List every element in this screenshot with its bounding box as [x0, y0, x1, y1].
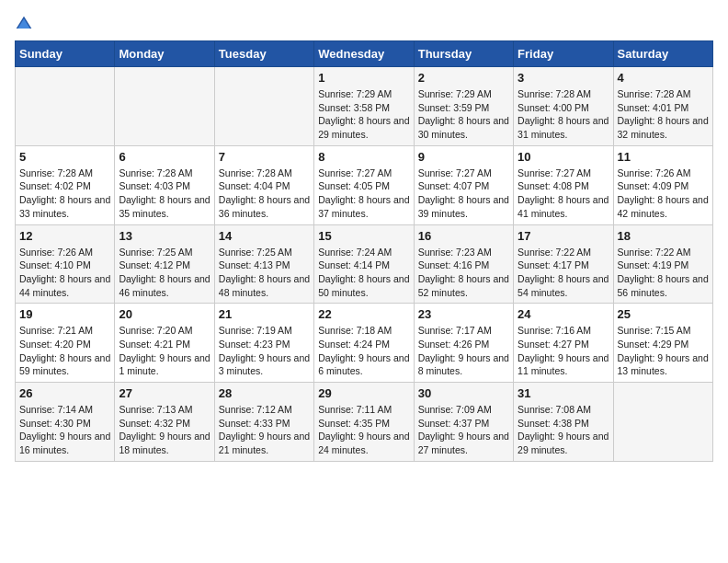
- calendar-cell: 17Sunrise: 7:22 AMSunset: 4:17 PMDayligh…: [514, 224, 613, 304]
- header-friday: Friday: [514, 41, 613, 67]
- day-info: Sunrise: 7:22 AMSunset: 4:19 PMDaylight:…: [618, 246, 709, 300]
- calendar-cell: 14Sunrise: 7:25 AMSunset: 4:13 PMDayligh…: [214, 224, 313, 304]
- day-number: 26: [19, 386, 110, 400]
- day-info: Sunrise: 7:28 AMSunset: 4:00 PMDaylight:…: [518, 87, 609, 142]
- day-number: 15: [318, 229, 409, 243]
- day-number: 8: [318, 150, 409, 164]
- day-info: Sunrise: 7:26 AMSunset: 4:09 PMDaylight:…: [618, 167, 709, 221]
- calendar-cell: 26Sunrise: 7:14 AMSunset: 4:30 PMDayligh…: [16, 383, 115, 462]
- calendar-cell: 19Sunrise: 7:21 AMSunset: 4:20 PMDayligh…: [16, 304, 115, 383]
- day-number: 21: [219, 307, 310, 321]
- calendar-cell: 10Sunrise: 7:27 AMSunset: 4:08 PMDayligh…: [514, 145, 613, 224]
- day-info: Sunrise: 7:09 AMSunset: 4:37 PMDaylight:…: [418, 403, 509, 457]
- day-info: Sunrise: 7:24 AMSunset: 4:14 PMDaylight:…: [318, 246, 409, 300]
- calendar-week-row: 12Sunrise: 7:26 AMSunset: 4:10 PMDayligh…: [16, 224, 713, 304]
- day-number: 3: [518, 71, 609, 85]
- day-info: Sunrise: 7:15 AMSunset: 4:29 PMDaylight:…: [618, 324, 709, 378]
- day-info: Sunrise: 7:16 AMSunset: 4:27 PMDaylight:…: [518, 324, 609, 378]
- day-info: Sunrise: 7:19 AMSunset: 4:23 PMDaylight:…: [219, 324, 310, 378]
- calendar-cell: [214, 67, 313, 146]
- calendar-week-row: 1Sunrise: 7:29 AMSunset: 3:58 PMDaylight…: [16, 67, 713, 146]
- calendar-cell: 13Sunrise: 7:25 AMSunset: 4:12 PMDayligh…: [115, 224, 214, 304]
- header: [15, 15, 713, 33]
- day-info: Sunrise: 7:18 AMSunset: 4:24 PMDaylight:…: [318, 324, 409, 378]
- header-monday: Monday: [115, 41, 214, 67]
- day-info: Sunrise: 7:22 AMSunset: 4:17 PMDaylight:…: [518, 246, 609, 300]
- day-info: Sunrise: 7:17 AMSunset: 4:26 PMDaylight:…: [418, 324, 509, 378]
- day-number: 28: [219, 386, 310, 400]
- day-info: Sunrise: 7:28 AMSunset: 4:04 PMDaylight:…: [219, 167, 310, 221]
- calendar-cell: 28Sunrise: 7:12 AMSunset: 4:33 PMDayligh…: [214, 383, 313, 462]
- calendar-cell: 25Sunrise: 7:15 AMSunset: 4:29 PMDayligh…: [613, 304, 712, 383]
- day-number: 14: [219, 229, 310, 243]
- day-info: Sunrise: 7:14 AMSunset: 4:30 PMDaylight:…: [19, 403, 110, 457]
- day-info: Sunrise: 7:28 AMSunset: 4:01 PMDaylight:…: [618, 87, 709, 142]
- calendar-cell: 18Sunrise: 7:22 AMSunset: 4:19 PMDayligh…: [613, 224, 712, 304]
- day-number: 4: [618, 71, 709, 85]
- day-info: Sunrise: 7:26 AMSunset: 4:10 PMDaylight:…: [19, 246, 110, 300]
- header-wednesday: Wednesday: [314, 41, 414, 67]
- calendar-cell: 23Sunrise: 7:17 AMSunset: 4:26 PMDayligh…: [414, 304, 513, 383]
- calendar-cell: 22Sunrise: 7:18 AMSunset: 4:24 PMDayligh…: [314, 304, 414, 383]
- day-number: 29: [318, 386, 409, 400]
- day-info: Sunrise: 7:27 AMSunset: 4:05 PMDaylight:…: [318, 167, 409, 221]
- calendar-cell: 2Sunrise: 7:29 AMSunset: 3:59 PMDaylight…: [414, 67, 513, 146]
- calendar-cell: 8Sunrise: 7:27 AMSunset: 4:05 PMDaylight…: [314, 145, 414, 224]
- day-number: 16: [418, 229, 509, 243]
- calendar-week-row: 19Sunrise: 7:21 AMSunset: 4:20 PMDayligh…: [16, 304, 713, 383]
- logo-icon: [15, 15, 33, 33]
- day-info: Sunrise: 7:23 AMSunset: 4:16 PMDaylight:…: [418, 246, 509, 300]
- calendar-cell: 21Sunrise: 7:19 AMSunset: 4:23 PMDayligh…: [214, 304, 313, 383]
- calendar-cell: 6Sunrise: 7:28 AMSunset: 4:03 PMDaylight…: [115, 145, 214, 224]
- calendar-week-row: 26Sunrise: 7:14 AMSunset: 4:30 PMDayligh…: [16, 383, 713, 462]
- day-info: Sunrise: 7:25 AMSunset: 4:13 PMDaylight:…: [219, 246, 310, 300]
- calendar-cell: [613, 383, 712, 462]
- day-info: Sunrise: 7:21 AMSunset: 4:20 PMDaylight:…: [19, 324, 110, 378]
- day-number: 13: [119, 229, 210, 243]
- calendar-cell: 24Sunrise: 7:16 AMSunset: 4:27 PMDayligh…: [514, 304, 613, 383]
- header-saturday: Saturday: [613, 41, 712, 67]
- day-number: 5: [19, 150, 110, 164]
- calendar-cell: 27Sunrise: 7:13 AMSunset: 4:32 PMDayligh…: [115, 383, 214, 462]
- day-number: 2: [418, 71, 509, 85]
- day-info: Sunrise: 7:11 AMSunset: 4:35 PMDaylight:…: [318, 403, 409, 457]
- day-number: 6: [119, 150, 210, 164]
- day-info: Sunrise: 7:13 AMSunset: 4:32 PMDaylight:…: [119, 403, 210, 457]
- day-number: 20: [119, 307, 210, 321]
- day-number: 22: [318, 307, 409, 321]
- day-info: Sunrise: 7:20 AMSunset: 4:21 PMDaylight:…: [119, 324, 210, 378]
- day-number: 12: [19, 229, 110, 243]
- day-number: 18: [618, 229, 709, 243]
- day-info: Sunrise: 7:08 AMSunset: 4:38 PMDaylight:…: [518, 403, 609, 457]
- calendar-cell: 7Sunrise: 7:28 AMSunset: 4:04 PMDaylight…: [214, 145, 313, 224]
- logo: [15, 15, 37, 33]
- calendar-cell: 20Sunrise: 7:20 AMSunset: 4:21 PMDayligh…: [115, 304, 214, 383]
- calendar-header-row: SundayMondayTuesdayWednesdayThursdayFrid…: [16, 41, 713, 67]
- calendar-cell: 3Sunrise: 7:28 AMSunset: 4:00 PMDaylight…: [514, 67, 613, 146]
- calendar-cell: 30Sunrise: 7:09 AMSunset: 4:37 PMDayligh…: [414, 383, 513, 462]
- calendar-cell: 29Sunrise: 7:11 AMSunset: 4:35 PMDayligh…: [314, 383, 414, 462]
- calendar-cell: [16, 67, 115, 146]
- day-number: 1: [318, 71, 409, 85]
- calendar-cell: 11Sunrise: 7:26 AMSunset: 4:09 PMDayligh…: [613, 145, 712, 224]
- day-number: 11: [618, 150, 709, 164]
- calendar-cell: 31Sunrise: 7:08 AMSunset: 4:38 PMDayligh…: [514, 383, 613, 462]
- day-info: Sunrise: 7:27 AMSunset: 4:08 PMDaylight:…: [518, 167, 609, 221]
- calendar-table: SundayMondayTuesdayWednesdayThursdayFrid…: [15, 40, 713, 462]
- header-tuesday: Tuesday: [214, 41, 313, 67]
- day-number: 23: [418, 307, 509, 321]
- day-number: 30: [418, 386, 509, 400]
- day-info: Sunrise: 7:28 AMSunset: 4:02 PMDaylight:…: [19, 167, 110, 221]
- day-number: 7: [219, 150, 310, 164]
- day-number: 24: [518, 307, 609, 321]
- calendar-cell: 15Sunrise: 7:24 AMSunset: 4:14 PMDayligh…: [314, 224, 414, 304]
- day-number: 9: [418, 150, 509, 164]
- day-info: Sunrise: 7:29 AMSunset: 3:59 PMDaylight:…: [418, 87, 509, 142]
- calendar-cell: 4Sunrise: 7:28 AMSunset: 4:01 PMDaylight…: [613, 67, 712, 146]
- day-number: 19: [19, 307, 110, 321]
- day-number: 27: [119, 386, 210, 400]
- day-info: Sunrise: 7:27 AMSunset: 4:07 PMDaylight:…: [418, 167, 509, 221]
- header-thursday: Thursday: [414, 41, 513, 67]
- calendar-cell: 1Sunrise: 7:29 AMSunset: 3:58 PMDaylight…: [314, 67, 414, 146]
- day-info: Sunrise: 7:29 AMSunset: 3:58 PMDaylight:…: [318, 87, 409, 142]
